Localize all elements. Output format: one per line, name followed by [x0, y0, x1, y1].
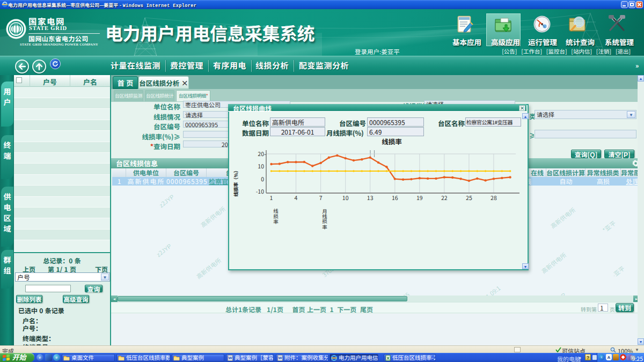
- svg-text:W: W: [279, 355, 282, 360]
- svg-text:20: 20: [258, 150, 264, 158]
- svg-text:X: X: [386, 355, 390, 361]
- svg-text:1: 1: [270, 194, 273, 202]
- svg-text:10: 10: [258, 162, 264, 170]
- svg-text:22: 22: [441, 194, 448, 202]
- svg-text:0: 0: [261, 175, 264, 183]
- svg-text:月线损率: 月线损率: [321, 209, 328, 230]
- svg-text:19: 19: [416, 194, 423, 202]
- svg-text:7: 7: [319, 194, 323, 202]
- svg-text:13: 13: [367, 194, 374, 202]
- svg-text:线损率: 线损率: [382, 137, 402, 146]
- svg-text:10: 10: [342, 194, 349, 202]
- svg-text:25: 25: [466, 194, 472, 202]
- svg-text:4: 4: [295, 194, 298, 202]
- svg-text:16: 16: [392, 194, 398, 202]
- svg-text:-10: -10: [256, 187, 264, 195]
- svg-text:W: W: [229, 355, 232, 360]
- svg-text:线损率: 线损率: [272, 209, 280, 224]
- svg-text:28: 28: [491, 194, 497, 202]
- svg-text:线损率（%）: 线损率（%）: [232, 168, 239, 197]
